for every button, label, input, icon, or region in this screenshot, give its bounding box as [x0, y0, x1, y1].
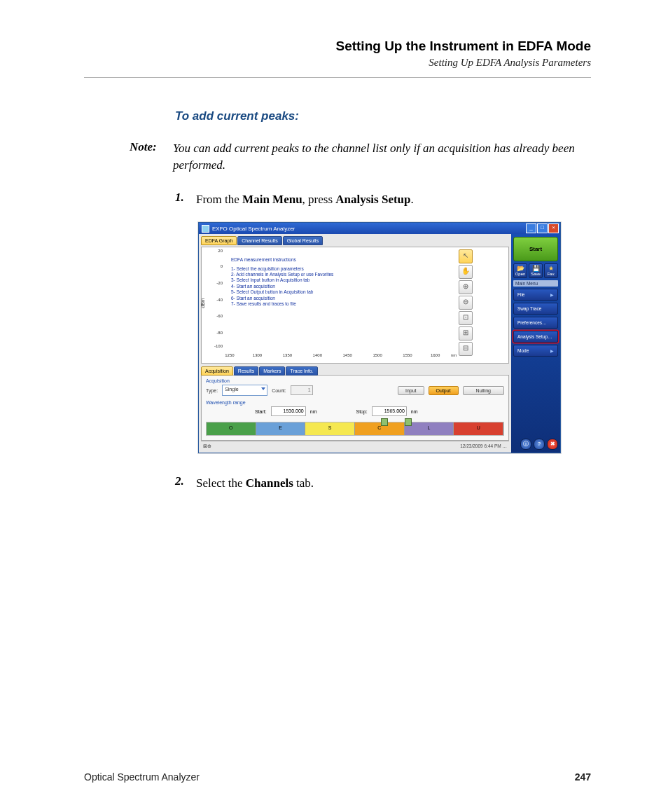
page-title: Setting Up the Instrument in EDFA Mode	[84, 39, 591, 54]
tab-edfa-graph[interactable]: EDFA Graph	[201, 236, 237, 245]
close-button[interactable]: ×	[548, 223, 559, 233]
pan-tool-icon[interactable]: ✋	[459, 265, 473, 279]
stop-field[interactable]: 1565.000	[372, 406, 407, 416]
start-button[interactable]: Start	[513, 237, 558, 261]
slider-handle-stop[interactable]	[405, 418, 412, 426]
analysis-setup-button[interactable]: Analysis Setup…	[513, 331, 558, 343]
tab-markers[interactable]: Markers	[259, 366, 285, 376]
zoom-fit-icon[interactable]: ⊞	[459, 326, 473, 340]
app-window: EXFO Optical Spectrum Analyzer _ □ × EDF…	[198, 222, 561, 453]
zoom-region-icon[interactable]: ⊡	[459, 311, 473, 325]
info-button[interactable]: ⓘ	[520, 439, 531, 450]
input-button[interactable]: Input	[398, 386, 424, 395]
app-icon	[202, 225, 209, 233]
tab-channel-results[interactable]: Channel Results	[237, 236, 281, 245]
start-field[interactable]: 1530.000	[271, 406, 306, 416]
help-button[interactable]: ?	[534, 439, 545, 450]
divider	[84, 77, 591, 78]
count-field[interactable]: 1	[291, 385, 313, 395]
section-heading: To add current peaks:	[175, 109, 591, 123]
tab-acquisition[interactable]: Acquisition	[201, 366, 233, 376]
acquisition-group-label: Acquisition	[206, 378, 504, 383]
wavelength-group-label: Wavelength range	[206, 400, 504, 405]
swap-trace-button[interactable]: Swap Trace	[513, 303, 558, 315]
start-label: Start:	[255, 409, 267, 414]
plot-area: dBm 20 0 -20 -40 -60 -80 -100 1250	[201, 247, 509, 364]
x-tick: 1450	[343, 353, 352, 357]
step-text: Select the Channels tab.	[196, 474, 314, 493]
tab-trace-info[interactable]: Trace Info.	[286, 366, 317, 376]
wavelength-slider[interactable]: O E S C L U	[206, 422, 504, 436]
band-u: U	[454, 422, 503, 435]
page-subtitle: Setting Up EDFA Analysis Parameters	[84, 57, 591, 69]
footer-title: Optical Spectrum Analyzer	[84, 771, 200, 783]
y-tick: -60	[209, 314, 223, 318]
open-button[interactable]: 📂Open	[513, 263, 527, 278]
step-number: 2.	[175, 474, 196, 493]
save-button[interactable]: 💾Save	[529, 263, 543, 278]
page-number: 247	[575, 771, 591, 783]
x-tick: 1500	[373, 353, 382, 357]
file-menu-button[interactable]: File▶	[513, 289, 558, 301]
statusbar-clock: 12/23/2009 6:44 PM …	[460, 443, 507, 448]
star-icon: ★	[545, 266, 557, 272]
favorites-button[interactable]: ★Fav.	[544, 263, 558, 278]
preferences-button[interactable]: Preferences…	[513, 317, 558, 329]
type-label: Type:	[206, 388, 218, 393]
x-tick: 1600	[431, 353, 440, 357]
x-axis-unit: nm	[451, 353, 457, 357]
stop-unit: nm	[411, 409, 418, 414]
zoom-reset-icon[interactable]: ⊟	[459, 342, 473, 356]
x-tick: 1250	[225, 353, 234, 357]
window-title: EXFO Optical Spectrum Analyzer	[212, 226, 526, 232]
stop-label: Stop:	[356, 409, 367, 414]
slider-handle-start[interactable]	[381, 418, 388, 426]
band-e: E	[256, 422, 306, 435]
plot-instructions: EDFA measurement instructions 1- Select …	[231, 257, 333, 308]
titlebar: EXFO Optical Spectrum Analyzer _ □ ×	[199, 223, 560, 234]
exit-button[interactable]: ✖	[547, 439, 558, 450]
band-s: S	[305, 422, 355, 435]
folder-icon: 📂	[514, 266, 527, 272]
start-unit: nm	[310, 409, 317, 414]
chevron-right-icon: ▶	[550, 292, 554, 297]
step-text: From the Main Menu, press Analysis Setup…	[196, 191, 414, 209]
count-label: Count:	[272, 388, 286, 393]
chevron-right-icon: ▶	[550, 348, 554, 353]
step-number: 1.	[175, 191, 196, 209]
x-tick: 1550	[403, 353, 412, 357]
y-tick: -80	[209, 331, 223, 335]
band-o: O	[207, 422, 256, 435]
y-axis-label: dBm	[200, 298, 205, 308]
y-tick: 0	[209, 264, 223, 268]
x-tick: 1300	[253, 353, 262, 357]
maximize-button[interactable]: □	[537, 223, 548, 233]
x-tick: 1350	[283, 353, 292, 357]
y-tick: -40	[209, 298, 223, 302]
disk-icon: 💾	[529, 266, 542, 272]
zoom-in-icon[interactable]: ⊕	[459, 280, 473, 294]
mode-menu-button[interactable]: Mode▶	[513, 345, 558, 357]
note-label: Note:	[130, 140, 173, 154]
minimize-button[interactable]: _	[526, 223, 536, 233]
tab-results[interactable]: Results	[234, 366, 258, 376]
main-menu-label: Main Menu	[513, 280, 558, 287]
nulling-button[interactable]: Nulling	[463, 386, 504, 395]
tab-global-results[interactable]: Global Results	[283, 236, 323, 245]
statusbar-left: ⊠⊕	[203, 443, 211, 449]
y-tick: -100	[209, 344, 223, 348]
y-tick: 20	[209, 249, 223, 253]
type-select[interactable]: Single	[222, 385, 267, 396]
y-tick: -20	[209, 281, 223, 285]
x-tick: 1400	[313, 353, 322, 357]
zoom-out-icon[interactable]: ⊖	[459, 296, 473, 310]
pointer-tool-icon[interactable]: ↖	[459, 249, 473, 263]
output-button[interactable]: Output	[429, 386, 459, 395]
note-text: You can add current peaks to the channel…	[173, 140, 591, 174]
band-c: C	[355, 422, 405, 435]
